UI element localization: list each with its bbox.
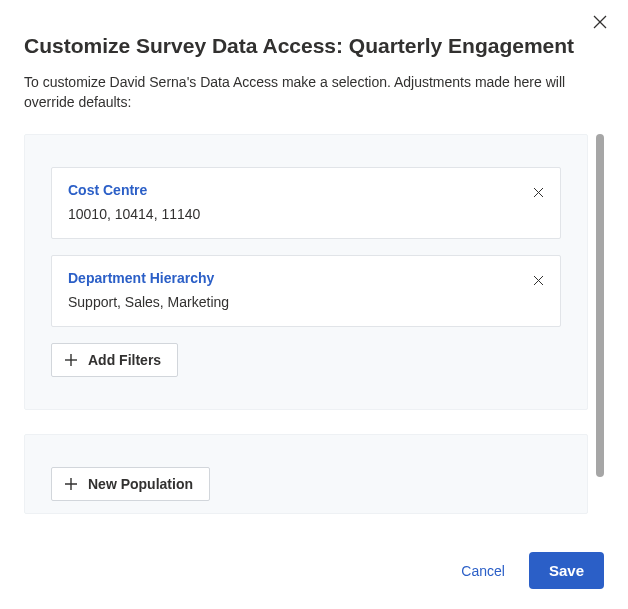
- content-scroll-area: Cost Centre 10010, 10414, 11140 Departme…: [24, 134, 604, 534]
- filter-card-cost-centre[interactable]: Cost Centre 10010, 10414, 11140: [51, 167, 561, 239]
- dialog-title: Customize Survey Data Access: Quarterly …: [24, 34, 604, 58]
- population-panel: New Population: [24, 434, 588, 514]
- dialog-subtitle: To customize David Serna's Data Access m…: [24, 72, 604, 112]
- filter-values: 10010, 10414, 11140: [68, 206, 544, 222]
- plus-icon: [64, 477, 78, 491]
- scrollbar-thumb[interactable]: [596, 134, 604, 477]
- customize-access-dialog: Customize Survey Data Access: Quarterly …: [0, 0, 628, 609]
- plus-icon: [64, 353, 78, 367]
- add-filters-button[interactable]: Add Filters: [51, 343, 178, 377]
- save-button[interactable]: Save: [529, 552, 604, 589]
- dialog-footer: Cancel Save: [455, 552, 604, 589]
- cancel-button[interactable]: Cancel: [455, 559, 511, 583]
- filter-values: Support, Sales, Marketing: [68, 294, 544, 310]
- new-population-label: New Population: [88, 476, 193, 492]
- close-icon: [533, 187, 544, 198]
- filter-card-department-hierarchy[interactable]: Department Hierarchy Support, Sales, Mar…: [51, 255, 561, 327]
- new-population-button[interactable]: New Population: [51, 467, 210, 501]
- filter-label: Cost Centre: [68, 182, 544, 198]
- filters-panel: Cost Centre 10010, 10414, 11140 Departme…: [24, 134, 588, 410]
- remove-filter-button[interactable]: [528, 182, 548, 202]
- close-icon: [593, 15, 607, 29]
- filter-label: Department Hierarchy: [68, 270, 544, 286]
- close-icon: [533, 275, 544, 286]
- remove-filter-button[interactable]: [528, 270, 548, 290]
- close-button[interactable]: [588, 10, 612, 34]
- add-filters-label: Add Filters: [88, 352, 161, 368]
